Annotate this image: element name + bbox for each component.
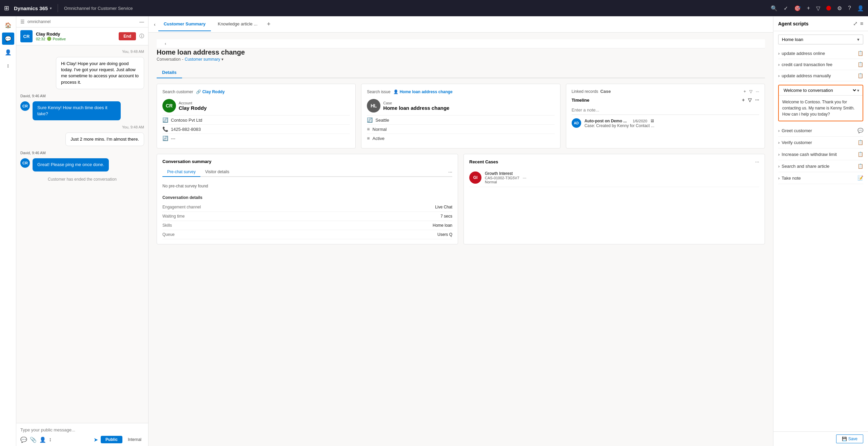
timeline-entry-1: AD Auto-post on Demo ... 1/6/2020 🖥 Case… (572, 118, 759, 128)
send-button[interactable]: ➤ (94, 437, 98, 443)
cs-tabs-more[interactable]: ··· (448, 169, 452, 175)
welcome-select[interactable]: Welcome to conversation (782, 87, 857, 93)
detail-tab-details[interactable]: Details (157, 67, 182, 78)
subtitle-link[interactable]: Customer summary (185, 57, 220, 62)
conv-summary-title: Conversation summary (162, 159, 452, 164)
sidebar-transfer[interactable]: ↕ (2, 60, 14, 72)
search-icon[interactable]: 🔍 (771, 5, 777, 12)
list-icon[interactable]: ≡ (860, 21, 863, 27)
chat-input[interactable] (20, 426, 144, 434)
end-conversation-button[interactable]: End (119, 32, 136, 40)
timeline-entry-icon[interactable]: 🖥 (650, 118, 654, 123)
script-item-2[interactable]: › credit card transaction fee 📋 (778, 59, 863, 70)
breadcrumb-back[interactable]: ‹ (165, 41, 166, 46)
action-icon-verify[interactable]: 📋 (857, 140, 863, 145)
recent-cases-more[interactable]: ··· (755, 159, 759, 164)
app-name[interactable]: Dynamics 365 ▾ (14, 5, 52, 11)
action-icon-note[interactable]: 📝 (857, 175, 863, 181)
tab-knowledge-article[interactable]: Knowledge article ... (212, 17, 263, 31)
nav-icons: 🔍 ✓ 🎯 + ▽ ⚙ ? 👤 (771, 5, 864, 12)
phone-icon: 📞 (162, 126, 168, 132)
case-status: Active (373, 136, 384, 141)
user-icon[interactable]: 👤 (857, 5, 864, 12)
tab-customer-summary[interactable]: Customer Summary (158, 17, 211, 31)
timeline-avatar-1: AD (572, 118, 581, 128)
timeline-add-icon[interactable]: + (742, 97, 745, 103)
recent-cases-card: Recent Cases ··· GI Growth Interest CAS-… (463, 154, 765, 244)
waffle-icon[interactable]: ⊞ (4, 4, 9, 12)
public-mode-button[interactable]: Public (101, 436, 122, 443)
case-title: Home loan address change (383, 105, 449, 111)
script-item-3[interactable]: › update address manually 📋 (778, 70, 863, 81)
internal-mode-button[interactable]: Internal (125, 436, 144, 443)
subtitle-sep: - (182, 57, 183, 62)
case-type: Case (383, 101, 449, 105)
clay-roddy-link[interactable]: 🔗 Clay Roddy (196, 89, 225, 94)
case-link[interactable]: 👤 Home loan address change (393, 89, 453, 94)
timeline-note-input[interactable] (572, 105, 759, 115)
chat-toolbar-icon-4[interactable]: ↕ (49, 437, 52, 443)
action-icon-cash[interactable]: 📋 (857, 151, 863, 157)
save-button[interactable]: 💾 Save (836, 434, 863, 443)
filter-icon[interactable]: ▽ (816, 5, 820, 12)
rc-case-id-1: CAS-01002-T3G5V7 (485, 176, 519, 180)
contact-avatar: CR (20, 30, 33, 42)
sidebar-chat[interactable]: 💬 (2, 33, 14, 45)
expand-icon[interactable]: ⤢ (853, 20, 857, 27)
recent-case-item-1: GI Growth Interest CAS-01002-T3G5V7 Norm… (469, 168, 759, 187)
timeline-more-icon[interactable]: ··· (755, 97, 759, 103)
action-item-cash[interactable]: › Increase cash withdraw limit 📋 (778, 148, 863, 160)
cs-tab-pre-chat[interactable]: Pre-chat survey (162, 167, 200, 177)
script-item-1[interactable]: › update address online 📋 (778, 48, 863, 59)
help-icon[interactable]: ? (848, 5, 851, 11)
add-icon[interactable]: + (807, 5, 810, 11)
linked-filter-icon[interactable]: ▽ (749, 89, 752, 94)
action-item-greet[interactable]: › Greet customer 💬 (778, 125, 863, 137)
agent-scripts-panel: Agent scripts ⤢ ≡ Home loan ▾ › update a… (773, 16, 868, 446)
action-chevron-cash: › (778, 152, 780, 157)
sidebar-home[interactable]: 🏠 (2, 19, 14, 31)
page-subtitle: Conversation - Customer summary ▾ (157, 57, 765, 62)
customer-type: Account (179, 101, 207, 105)
action-icon-search[interactable]: 📋 (857, 163, 863, 169)
action-chevron-search: › (778, 164, 780, 169)
cs-tab-visitor[interactable]: Visitor details (200, 167, 234, 177)
tab-add-button[interactable]: + (264, 21, 273, 28)
customer-meta-1: David, 9:46 AM (20, 94, 144, 98)
customer-phone-row: 📞 1425-882-8083 (162, 124, 350, 134)
linked-records-label: Linked records (572, 89, 598, 94)
script-icon-3[interactable]: 📋 (857, 73, 863, 78)
target-icon[interactable]: 🎯 (794, 5, 801, 12)
timeline-icons: + ▽ ··· (742, 97, 759, 103)
minimize-btn[interactable]: — (139, 19, 144, 24)
case-priority: Normal (373, 127, 387, 132)
chat-toolbar-icon-3[interactable]: 👤 (39, 437, 46, 443)
linked-records-card: Linked records Case + ▽ ··· Timeline (566, 84, 765, 148)
customer-message-2: Great! Please ping me once done. (33, 158, 109, 171)
recent-cases-title: Recent Cases (469, 159, 498, 164)
linked-add-icon[interactable]: + (744, 89, 746, 94)
settings-icon[interactable]: ⚙ (837, 5, 842, 12)
rc-item-more-1[interactable]: ··· (523, 175, 527, 180)
action-item-search[interactable]: › Search and share article 📋 (778, 160, 863, 172)
script-icon-1[interactable]: 📋 (857, 50, 863, 56)
agent-scripts-dropdown[interactable]: Home loan ▾ (778, 35, 863, 44)
chat-toolbar-icon-1[interactable]: 💬 (20, 437, 27, 443)
timeline-filter-icon[interactable]: ▽ (748, 97, 752, 103)
tab-back-arrow[interactable]: ‹ (154, 22, 156, 27)
script-icon-2[interactable]: 📋 (857, 62, 863, 67)
agent-scripts-items: › update address online 📋 › credit card … (773, 48, 868, 81)
action-item-verify[interactable]: › Verify customer 📋 (778, 137, 863, 148)
sidebar-user[interactable]: 👤 (2, 46, 14, 58)
customer-message-row-2: CR Great! Please ping me once done. (20, 158, 144, 171)
rc-case-priority-1: Normal (485, 180, 519, 184)
linked-more-icon[interactable]: ··· (756, 89, 759, 94)
chat-toolbar-icon-2[interactable]: 📎 (30, 437, 37, 443)
conv-detail-row-3: Skills Home loan (162, 221, 452, 230)
timeline-entry-sub: Case: Created by Kenny for Contact ... (585, 123, 654, 128)
action-icon-greet[interactable]: 💬 (857, 128, 863, 133)
menu-icon[interactable]: ☰ (20, 19, 25, 24)
check-icon[interactable]: ✓ (784, 5, 788, 12)
action-item-note[interactable]: › Take note 📝 (778, 172, 863, 184)
info-icon[interactable]: ⓘ (139, 33, 144, 39)
